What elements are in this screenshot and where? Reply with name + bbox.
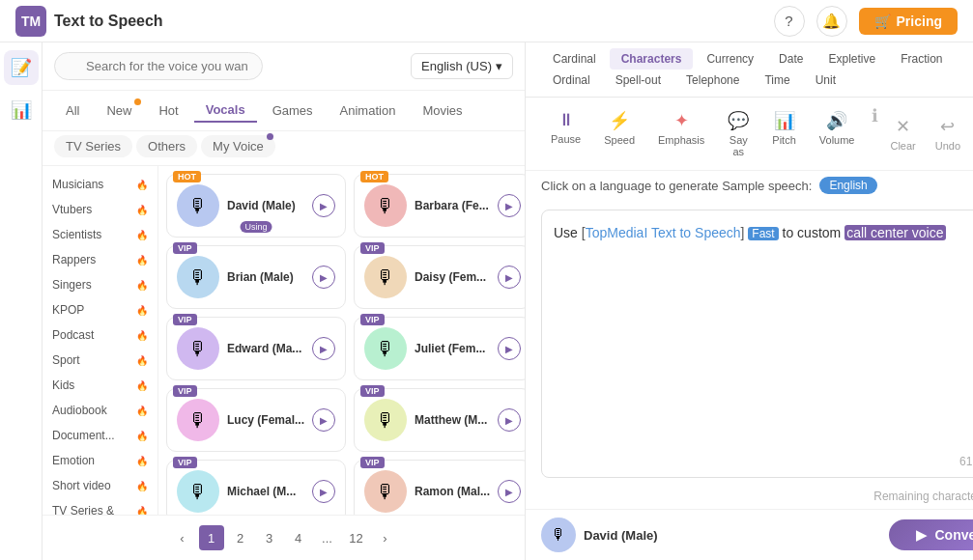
voice-play-ramon[interactable]: ▶ xyxy=(498,480,521,503)
effect-speed[interactable]: ⚡ Speed xyxy=(594,105,644,162)
tab-tv-series[interactable]: TV Series xyxy=(54,135,132,157)
convert-button[interactable]: ▶ Convert xyxy=(889,519,973,550)
tab-animation[interactable]: Animation xyxy=(329,98,408,123)
help-button[interactable]: ? xyxy=(774,6,805,37)
voice-avatar-daisy: 🎙 xyxy=(364,256,407,298)
page-12[interactable]: 12 xyxy=(344,525,369,550)
tab-my-voice[interactable]: My Voice xyxy=(201,135,275,157)
voice-grid-inner: HOT 🎙 David (Male) ▶ Using HOT 🎙 Barb xyxy=(166,174,517,515)
tab-others[interactable]: Others xyxy=(136,135,197,157)
badge-hot: HOT xyxy=(173,171,201,182)
tab-telephone[interactable]: Telephone xyxy=(674,70,751,91)
cat-singers[interactable]: Singers🔥 xyxy=(43,272,157,297)
toolbar-tabs: Cardinal Characters Currency Date Explet… xyxy=(526,42,973,98)
search-input[interactable] xyxy=(54,52,263,80)
page-3[interactable]: 3 xyxy=(257,525,282,550)
voice-info-barbara: Barbara (Fe... xyxy=(415,199,490,212)
voice-play-daisy[interactable]: ▶ xyxy=(498,266,521,289)
tab-vocals[interactable]: Vocals xyxy=(194,98,257,123)
voice-play-lucy[interactable]: ▶ xyxy=(312,408,335,432)
tab-time[interactable]: Time xyxy=(753,70,801,91)
cat-document[interactable]: Document...🔥 xyxy=(43,423,157,448)
voice-play-michael[interactable]: ▶ xyxy=(312,480,335,503)
tab-currency[interactable]: Currency xyxy=(695,48,765,70)
effect-emphasis[interactable]: ✦ Emphasis xyxy=(648,105,714,162)
side-nav-tts[interactable]: 📝 xyxy=(4,50,39,85)
voice-play-juliet[interactable]: ▶ xyxy=(498,337,521,360)
language-select[interactable]: English (US) ▾ xyxy=(411,53,513,79)
undo-button[interactable]: ↩ Undo xyxy=(928,111,968,156)
voice-play-brian[interactable]: ▶ xyxy=(312,266,335,289)
tab-fraction[interactable]: Fraction xyxy=(889,48,954,70)
effect-bar: ⏸ Pause ⚡ Speed ✦ Emphasis 💬 Say as 📊 xyxy=(526,98,973,171)
tab-date[interactable]: Date xyxy=(767,48,815,70)
voice-play-david[interactable]: ▶ xyxy=(312,194,335,217)
header-left: TM Text to Speech xyxy=(15,6,163,37)
cat-kpop[interactable]: KPOP🔥 xyxy=(43,297,157,322)
tab-movies[interactable]: Movies xyxy=(411,98,473,123)
voice-card-juliet[interactable]: VIP 🎙 Juliet (Fem... ▶ xyxy=(354,317,525,380)
tab-expletive[interactable]: Expletive xyxy=(816,48,887,70)
voice-name-barbara: Barbara (Fe... xyxy=(415,199,490,212)
text-editor[interactable]: Use [TopMediaI Text to Speech] Fast to c… xyxy=(541,210,973,478)
voice-play-barbara[interactable]: ▶ xyxy=(498,194,521,217)
cat-kids[interactable]: Kids🔥 xyxy=(43,373,157,398)
flame-icon: 🔥 xyxy=(136,280,148,291)
cat-emotion[interactable]: Emotion🔥 xyxy=(43,448,157,473)
side-nav-other[interactable]: 📊 xyxy=(4,93,39,127)
tab-characters[interactable]: Characters xyxy=(610,48,694,70)
cart-icon: 🛒 xyxy=(874,14,891,29)
tab-ordinal[interactable]: Ordinal xyxy=(541,70,602,91)
page-4[interactable]: 4 xyxy=(286,525,311,550)
tab-games[interactable]: Games xyxy=(261,98,325,123)
app-logo: TM xyxy=(15,6,46,37)
voice-card-barbara[interactable]: HOT 🎙 Barbara (Fe... ▶ xyxy=(354,174,525,238)
notification-button[interactable]: 🔔 xyxy=(816,6,847,37)
voice-card-brian[interactable]: VIP 🎙 Brian (Male) ▶ xyxy=(166,245,346,309)
effect-pause[interactable]: ⏸ Pause xyxy=(541,105,590,162)
cat-tv-series[interactable]: TV Series &🔥 xyxy=(43,498,157,515)
cat-sport[interactable]: Sport🔥 xyxy=(43,348,157,373)
effect-pitch[interactable]: 📊 Pitch xyxy=(762,105,805,162)
tab-spell-out[interactable]: Spell-out xyxy=(604,70,673,91)
voice-play-matthew[interactable]: ▶ xyxy=(498,408,521,432)
cat-rappers[interactable]: Rappers🔥 xyxy=(43,247,157,272)
page-2[interactable]: 2 xyxy=(228,525,253,550)
toolbar-row1: Cardinal Characters Currency Date Explet… xyxy=(541,42,973,70)
search-wrapper: 🔍 xyxy=(54,52,403,80)
tab-all[interactable]: All xyxy=(54,98,91,123)
voice-card-ramon[interactable]: VIP 🎙 Ramon (Mal... ▶ xyxy=(354,460,525,515)
voice-card-edward[interactable]: VIP 🎙 Edward (Ma... ▶ xyxy=(166,317,346,380)
tab-cardinal[interactable]: Cardinal xyxy=(541,48,608,70)
cat-podcast[interactable]: Podcast🔥 xyxy=(43,322,157,348)
tab-new[interactable]: New xyxy=(95,98,143,123)
tab-unit[interactable]: Unit xyxy=(804,70,847,91)
voice-card-lucy[interactable]: VIP 🎙 Lucy (Femal... ▶ xyxy=(166,388,346,452)
voice-card-matthew[interactable]: VIP 🎙 Matthew (M... ▶ xyxy=(354,388,525,452)
page-1[interactable]: 1 xyxy=(199,525,224,550)
pitch-label: Pitch xyxy=(772,134,795,146)
cat-short-video[interactable]: Short video🔥 xyxy=(43,473,157,498)
pricing-button[interactable]: 🛒 Pricing xyxy=(859,8,958,35)
flame-icon: 🔥 xyxy=(136,230,148,240)
voice-play-edward[interactable]: ▶ xyxy=(312,337,335,360)
effect-volume[interactable]: 🔊 Volume xyxy=(810,105,865,162)
effect-buttons: ⏸ Pause ⚡ Speed ✦ Emphasis 💬 Say as 📊 xyxy=(541,105,878,162)
cat-vtubers[interactable]: Vtubers🔥 xyxy=(43,197,157,222)
page-dots: ... xyxy=(315,525,340,550)
tab-hot[interactable]: Hot xyxy=(147,98,189,123)
sample-lang-badge[interactable]: English xyxy=(819,177,876,194)
flame-icon: 🔥 xyxy=(136,506,148,516)
page-next[interactable]: › xyxy=(373,525,398,550)
voice-avatar-edward: 🎙 xyxy=(177,327,219,370)
flame-icon: 🔥 xyxy=(136,406,148,416)
cat-scientists[interactable]: Scientists🔥 xyxy=(43,222,157,247)
voice-card-michael[interactable]: VIP 🎙 Michael (M... ▶ xyxy=(166,460,346,515)
effect-say-as[interactable]: 💬 Say as xyxy=(718,105,758,162)
voice-card-daisy[interactable]: VIP 🎙 Daisy (Fem... ▶ xyxy=(354,245,525,309)
clear-button[interactable]: ✕ Clear xyxy=(882,111,923,156)
voice-card-david[interactable]: HOT 🎙 David (Male) ▶ Using xyxy=(166,174,346,238)
page-prev[interactable]: ‹ xyxy=(170,525,195,550)
cat-audiobook[interactable]: Audiobook🔥 xyxy=(43,398,157,423)
cat-musicians[interactable]: Musicians🔥 xyxy=(43,172,157,197)
